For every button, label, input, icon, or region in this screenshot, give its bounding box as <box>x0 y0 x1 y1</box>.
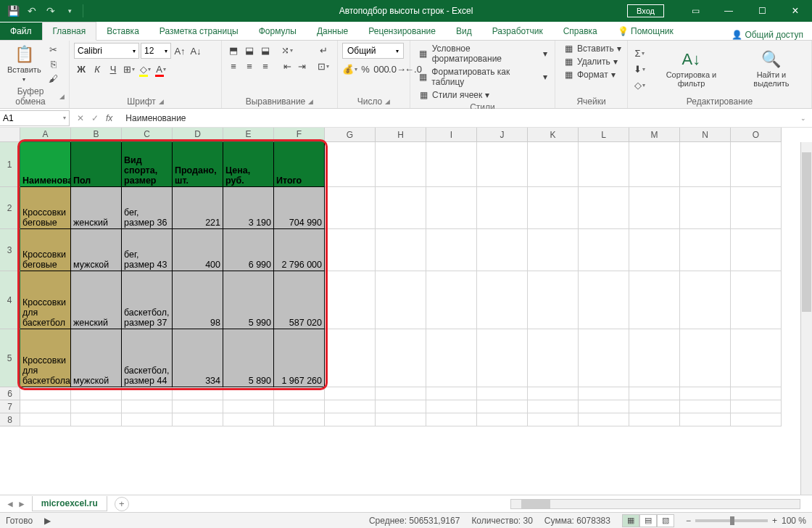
increase-indent-icon[interactable]: ⇥ <box>294 59 309 73</box>
cell[interactable]: Кроссовки беговые <box>20 187 71 229</box>
cell[interactable] <box>477 229 528 271</box>
cell[interactable] <box>376 142 426 187</box>
cell[interactable] <box>731 187 782 229</box>
cell[interactable] <box>173 413 223 426</box>
dialog-launcher-icon[interactable]: ◢ <box>385 98 390 105</box>
cell[interactable]: Пол <box>71 142 122 187</box>
cell[interactable] <box>629 271 680 329</box>
tab-insert[interactable]: Вставка <box>96 22 149 40</box>
cell[interactable]: 587 020 <box>274 271 325 329</box>
cell[interactable]: баскетбол, размер 37 <box>122 271 173 329</box>
cell[interactable] <box>629 329 680 387</box>
cell[interactable]: 2 796 000 <box>274 229 325 271</box>
redo-icon[interactable]: ↷ <box>42 2 59 20</box>
cell[interactable] <box>579 329 629 387</box>
row-header-2[interactable]: 2 <box>0 187 20 229</box>
cell[interactable] <box>680 187 731 229</box>
cell[interactable]: бег, размер 36 <box>122 187 173 229</box>
cell[interactable] <box>731 271 782 329</box>
tab-home[interactable]: Главная <box>42 22 97 41</box>
cell[interactable] <box>477 142 528 187</box>
cell[interactable]: Итого <box>274 142 325 187</box>
cell[interactable]: мужской <box>71 229 122 271</box>
autosum-icon[interactable]: Σ <box>632 46 647 60</box>
undo-icon[interactable]: ↶ <box>23 2 41 20</box>
cell[interactable] <box>376 387 426 400</box>
expand-formula-bar-icon[interactable]: ⌄ <box>795 115 812 122</box>
row-header-7[interactable]: 7 <box>0 400 20 413</box>
col-header-M[interactable]: M <box>629 128 680 142</box>
sort-filter-button[interactable]: A↓Сортировка и фильтр <box>650 43 733 95</box>
cell[interactable] <box>71 387 122 400</box>
cell[interactable] <box>528 329 579 387</box>
cell[interactable]: 6 990 <box>223 229 274 271</box>
col-header-C[interactable]: C <box>122 128 173 142</box>
col-header-J[interactable]: J <box>477 128 528 142</box>
sheet-nav-prev-icon[interactable]: ◄ <box>6 499 14 509</box>
login-button[interactable]: Вход <box>627 4 664 17</box>
cell[interactable]: Продано, шт. <box>173 142 223 187</box>
sheet-nav-next-icon[interactable]: ► <box>17 499 26 509</box>
cell[interactable] <box>20 387 71 400</box>
cell[interactable] <box>376 413 426 426</box>
cut-icon[interactable]: ✂ <box>47 43 60 56</box>
cell[interactable] <box>528 229 579 271</box>
format-cells-button[interactable]: ▦Формат ▾ <box>560 69 624 81</box>
cell[interactable] <box>731 400 782 413</box>
cell[interactable]: 5 990 <box>223 271 274 329</box>
cell[interactable] <box>71 400 122 413</box>
cell[interactable] <box>122 387 173 400</box>
format-painter-icon[interactable]: 🖌 <box>47 72 60 85</box>
close-icon[interactable]: × <box>779 0 812 22</box>
cell[interactable]: 98 <box>173 271 223 329</box>
cell[interactable] <box>680 142 731 187</box>
cell[interactable] <box>731 413 782 426</box>
copy-icon[interactable]: ⎘ <box>47 57 60 70</box>
align-right-icon[interactable]: ≡ <box>258 59 273 73</box>
cell[interactable] <box>629 187 680 229</box>
worksheet-grid[interactable]: ABCDEFGHIJKLMNO 12345678 НаименованиеПол… <box>0 128 812 495</box>
cell[interactable] <box>325 142 376 187</box>
cell[interactable] <box>528 400 579 413</box>
italic-button[interactable]: К <box>90 62 104 76</box>
cell[interactable] <box>629 229 680 271</box>
cell[interactable] <box>325 413 376 426</box>
cell[interactable] <box>579 400 629 413</box>
horizontal-scrollbar[interactable] <box>510 499 800 509</box>
cell[interactable]: баскетбол, размер 44 <box>122 329 173 387</box>
cell[interactable]: Вид спорта, размер <box>122 142 173 187</box>
align-middle-icon[interactable]: ⬓ <box>242 43 257 57</box>
cell[interactable] <box>426 413 477 426</box>
tab-view[interactable]: Вид <box>446 22 482 40</box>
cell[interactable] <box>477 413 528 426</box>
cell[interactable] <box>173 400 223 413</box>
comma-format-icon[interactable]: 000 <box>374 62 389 76</box>
row-header-1[interactable]: 1 <box>0 142 20 187</box>
cell[interactable]: 1 967 260 <box>274 329 325 387</box>
cell[interactable] <box>477 271 528 329</box>
cell[interactable] <box>274 400 325 413</box>
delete-cells-button[interactable]: ▦Удалить ▾ <box>560 56 624 67</box>
cell[interactable]: Цена, руб. <box>223 142 274 187</box>
cell[interactable] <box>731 142 782 187</box>
fill-icon[interactable]: ⬇ <box>632 62 647 76</box>
cell[interactable]: бег, размер 43 <box>122 229 173 271</box>
font-name-select[interactable]: Calibri▾ <box>74 43 139 59</box>
insert-cells-button[interactable]: ▦Вставить ▾ <box>560 43 624 54</box>
add-sheet-button[interactable]: + <box>115 497 129 511</box>
zoom-slider[interactable] <box>695 519 768 522</box>
cell[interactable]: Кроссовки для баскетбола <box>20 329 71 387</box>
cancel-formula-icon[interactable]: ✕ <box>77 113 84 123</box>
cell[interactable] <box>731 229 782 271</box>
cell[interactable] <box>426 329 477 387</box>
cell[interactable] <box>680 400 731 413</box>
cell[interactable] <box>528 387 579 400</box>
cell[interactable] <box>629 413 680 426</box>
macro-record-icon[interactable]: ▶ <box>44 516 51 526</box>
cell[interactable]: женский <box>71 187 122 229</box>
cell[interactable] <box>680 229 731 271</box>
tab-layout[interactable]: Разметка страницы <box>149 22 249 40</box>
maximize-icon[interactable]: ☐ <box>745 0 779 22</box>
cell[interactable] <box>579 142 629 187</box>
dialog-launcher-icon[interactable]: ◢ <box>159 98 164 105</box>
